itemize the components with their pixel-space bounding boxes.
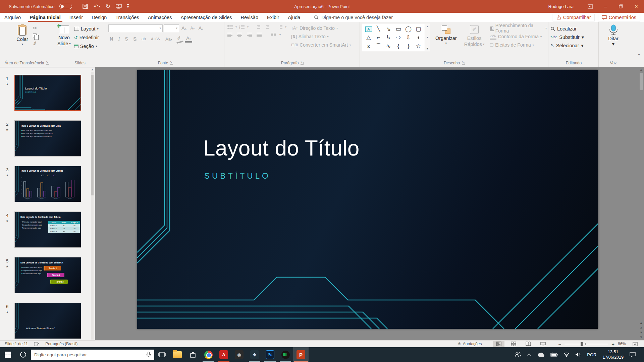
zoom-slider-thumb[interactable] [581, 342, 583, 346]
undo-icon[interactable]: ↶▾ [94, 3, 100, 10]
microsoft-store-icon[interactable] [185, 347, 201, 362]
microphone-icon[interactable] [146, 352, 151, 358]
people-icon[interactable] [513, 352, 523, 357]
dark-app-icon[interactable]: ◉ [231, 347, 247, 362]
shapes-more-icon[interactable]: ▾ [427, 47, 428, 50]
tab-apresentacao-de-slides[interactable]: Apresentação de Slides [176, 13, 236, 22]
reading-view-button[interactable] [523, 341, 534, 347]
slideshow-view-button[interactable] [537, 341, 549, 347]
close-button[interactable]: ✕ [629, 0, 644, 13]
keyboard-language[interactable]: POR [585, 352, 598, 357]
align-left-icon[interactable] [227, 33, 233, 37]
clear-formatting-icon[interactable]: A◊ [197, 25, 205, 32]
convert-smartart-button[interactable]: ⊟⊞Converter em SmartArt▾ [291, 41, 351, 49]
tab-inserir[interactable]: Inserir [65, 13, 87, 22]
slide-2-thumbnail[interactable]: Título e Layout de Conteúdo com Lista Ad… [14, 120, 81, 157]
strikethrough-icon[interactable]: ab [140, 36, 147, 42]
zoom-out-button[interactable]: − [558, 341, 561, 347]
shape-scribble-icon[interactable]: ε [367, 43, 370, 49]
slide-3-thumbnail[interactable]: Título e Layout de Conteúdo com Gráfico [14, 166, 81, 202]
powerpoint-taskbar-icon[interactable]: P [293, 347, 309, 362]
arrange-button[interactable]: Organizar ▾ [433, 24, 459, 47]
zoom-level[interactable]: 86% [618, 342, 626, 346]
file-explorer-icon[interactable] [170, 347, 185, 362]
shape-star-icon[interactable]: ☆ [416, 43, 421, 49]
new-slide-button[interactable]: Novo Slide▾ [55, 24, 73, 48]
canvas-scrollbar[interactable]: ▲ [639, 68, 643, 327]
copy-button[interactable]: ▾ [33, 34, 39, 38]
slide-title-text[interactable]: Layout do Título [203, 136, 360, 161]
task-view-button[interactable] [154, 347, 170, 362]
shapes-scroll-down-icon[interactable]: ▾ [427, 36, 428, 39]
font-name-combobox[interactable]: ▾ [108, 24, 163, 32]
tab-revisao[interactable]: Revisão [236, 13, 263, 22]
collapse-ribbon-icon[interactable]: ⌃ [637, 53, 641, 58]
slide-5-thumbnail[interactable]: Dois Layouts de Conteúdo com SmartArt Pr… [14, 257, 81, 293]
thumbnail-row-3[interactable]: 3 Título e Layout de Conteúdo com Gráfic… [0, 166, 81, 202]
shape-triangle-icon[interactable]: △ [366, 35, 371, 40]
slide-1-thumbnail[interactable]: Layout do Título SUBTÍTULO [14, 75, 81, 111]
thumbnail-scrollbar[interactable]: ▲ [90, 67, 94, 340]
restore-button[interactable] [613, 0, 629, 13]
autosave-toggle[interactable] [59, 4, 72, 9]
scroll-up-icon[interactable]: ▲ [639, 68, 643, 71]
text-shadow-icon[interactable]: S [132, 36, 138, 42]
tab-exibir[interactable]: Exibir [263, 13, 283, 22]
battery-icon[interactable] [549, 353, 559, 357]
start-button[interactable] [0, 347, 15, 362]
onedrive-icon[interactable] [536, 352, 546, 357]
shape-left-brace-icon[interactable]: { [397, 43, 399, 49]
shape-fill-button[interactable]: ◧Preenchimento da Forma▾ [490, 24, 547, 32]
align-text-button[interactable]: [⇅]Alinhar Texto▾ [291, 33, 351, 40]
line-spacing-icon[interactable] [277, 24, 283, 29]
hidden-icons-chevron-icon[interactable] [525, 353, 533, 356]
shape-right-arrow-icon[interactable]: ⇨ [396, 35, 401, 40]
tell-me-search[interactable]: Diga-me o que você deseja fazer [314, 13, 393, 22]
shape-outline-button[interactable]: ▱✎Contorno da Forma▾ [490, 33, 547, 40]
tab-design[interactable]: Design [87, 13, 111, 22]
shape-down-arrow-icon[interactable]: ⇩ [406, 35, 411, 40]
tab-arquivo[interactable]: Arquivo [0, 13, 25, 22]
slide-subtitle-text[interactable]: SUBTÍTULO [204, 171, 271, 181]
chrome-icon[interactable] [201, 347, 216, 362]
shape-rectangle-icon[interactable]: ▭ [396, 26, 401, 32]
drawing-dialog-launcher[interactable] [462, 62, 465, 65]
thumbnail-row-4[interactable]: 4 Dois Layouts de Conteúdo com Tabela Pr… [0, 212, 81, 248]
acrobat-icon[interactable]: Λ [216, 347, 231, 362]
character-spacing-icon[interactable]: A⇿V▾ [150, 36, 162, 42]
previous-slide-button[interactable]: ▲▲ [639, 321, 643, 330]
dictate-button[interactable]: Ditar ▾ [605, 24, 622, 47]
align-right-icon[interactable] [247, 33, 252, 37]
shape-arc-icon[interactable]: ⌒ [376, 43, 381, 49]
taskbar-search-box[interactable]: Digite aqui para pesquisar [31, 350, 154, 360]
start-slideshow-icon[interactable] [116, 4, 122, 9]
shrink-font-icon[interactable]: A∨ [189, 25, 196, 31]
tab-transicoes[interactable]: Transições [111, 13, 143, 22]
shape-elbow-arrow-icon[interactable]: ↳ [386, 35, 391, 40]
align-center-icon[interactable] [237, 33, 243, 37]
font-color-icon[interactable]: A▾ [185, 35, 192, 43]
font-size-combobox[interactable]: ▾ [164, 24, 179, 32]
ribbon-display-options-icon[interactable] [582, 0, 598, 13]
share-button[interactable]: Compartilhar [553, 14, 595, 21]
slide-counter[interactable]: Slide 1 de 11 [5, 342, 28, 346]
cortana-icon[interactable] [15, 347, 31, 362]
thumbnail-row-6[interactable]: 6 Adicionar Título de Slide – 1 [0, 303, 81, 339]
layout-button[interactable]: Layout▾ [74, 25, 99, 33]
shape-right-brace-icon[interactable]: } [408, 43, 410, 49]
wifi-icon[interactable] [562, 352, 571, 357]
next-slide-button[interactable]: ▼▼ [639, 330, 643, 340]
customize-qat-icon[interactable]: ▾ [127, 4, 129, 9]
shape-line-icon[interactable]: ╲ [377, 26, 380, 32]
shapes-scroll-up-icon[interactable]: ▴ [427, 25, 428, 28]
fit-slide-to-window-button[interactable] [629, 341, 641, 347]
tab-ajuda[interactable]: Ajuda [283, 13, 305, 22]
tab-animacoes[interactable]: Animações [144, 13, 176, 22]
text-highlight-icon[interactable]: ✐ [175, 35, 183, 44]
thumbnail-row-5[interactable]: 5 Dois Layouts de Conteúdo com SmartArt … [0, 257, 81, 293]
justify-icon[interactable] [257, 33, 262, 37]
paste-button[interactable]: Colar ▾ [14, 24, 30, 48]
increase-indent-icon[interactable] [264, 24, 270, 29]
scroll-up-icon[interactable]: ▲ [90, 68, 94, 71]
paragraph-dialog-launcher[interactable] [301, 62, 304, 65]
